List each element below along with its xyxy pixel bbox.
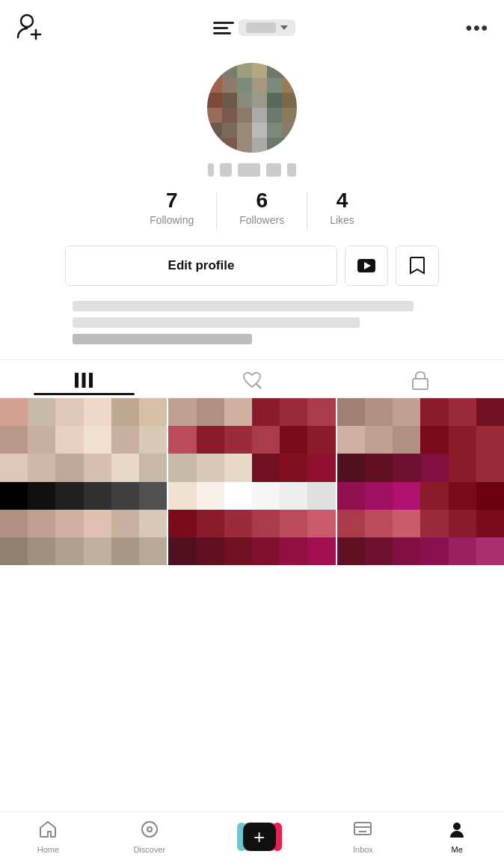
bookmark-button[interactable] xyxy=(396,246,439,286)
bio-section xyxy=(65,301,439,344)
inbox-icon xyxy=(353,820,372,842)
home-icon xyxy=(38,820,58,842)
stats-row: 7 Following 6 Followers 4 Likes xyxy=(15,190,489,231)
username-display xyxy=(208,163,296,177)
avatar xyxy=(207,63,297,153)
following-stat[interactable]: 7 Following xyxy=(127,190,216,226)
bio-line-2 xyxy=(73,317,360,328)
bottom-navigation: Home Discover + Inbox xyxy=(0,811,504,866)
nav-home[interactable]: Home xyxy=(37,820,59,854)
nav-me[interactable]: Me xyxy=(447,820,467,854)
discover-icon xyxy=(140,820,159,842)
dropdown-arrow-icon xyxy=(280,25,288,30)
svg-point-15 xyxy=(453,823,461,830)
edit-profile-button[interactable]: Edit profile xyxy=(65,246,337,286)
more-options-button[interactable]: ••• xyxy=(466,17,489,38)
video-cell-1[interactable] xyxy=(0,398,167,565)
tab-videos[interactable] xyxy=(0,362,168,395)
svg-rect-12 xyxy=(354,823,371,835)
youtube-button[interactable] xyxy=(345,246,388,286)
svg-rect-5 xyxy=(75,373,79,388)
username-selector[interactable] xyxy=(213,19,295,36)
nav-discover[interactable]: Discover xyxy=(133,820,165,854)
svg-rect-7 xyxy=(89,373,93,388)
nav-inbox[interactable]: Inbox xyxy=(353,820,373,854)
followers-stat[interactable]: 6 Followers xyxy=(217,190,307,226)
tab-liked[interactable] xyxy=(168,360,336,397)
video-cell-3[interactable] xyxy=(337,398,504,565)
bio-link-line xyxy=(73,334,252,344)
video-cell-2[interactable] xyxy=(168,398,335,565)
menu-lines-icon xyxy=(213,22,234,34)
svg-point-0 xyxy=(21,15,33,27)
svg-point-11 xyxy=(147,827,152,832)
profile-section: 7 Following 6 Followers 4 Likes Edit pro… xyxy=(0,55,504,352)
likes-stat[interactable]: 4 Likes xyxy=(307,190,377,226)
nav-create[interactable]: + xyxy=(240,823,279,851)
top-navigation: ••• xyxy=(0,0,504,55)
svg-line-8 xyxy=(256,384,261,388)
video-grid xyxy=(0,398,504,565)
svg-rect-6 xyxy=(82,373,86,388)
username-pill[interactable] xyxy=(239,19,295,36)
svg-point-10 xyxy=(142,822,157,837)
tab-private[interactable] xyxy=(336,360,504,397)
action-buttons: Edit profile xyxy=(65,246,439,286)
bio-line-1 xyxy=(73,301,414,311)
svg-rect-9 xyxy=(413,379,428,389)
add-user-button[interactable] xyxy=(15,12,43,43)
content-tabs xyxy=(0,359,504,398)
me-icon xyxy=(447,820,467,842)
